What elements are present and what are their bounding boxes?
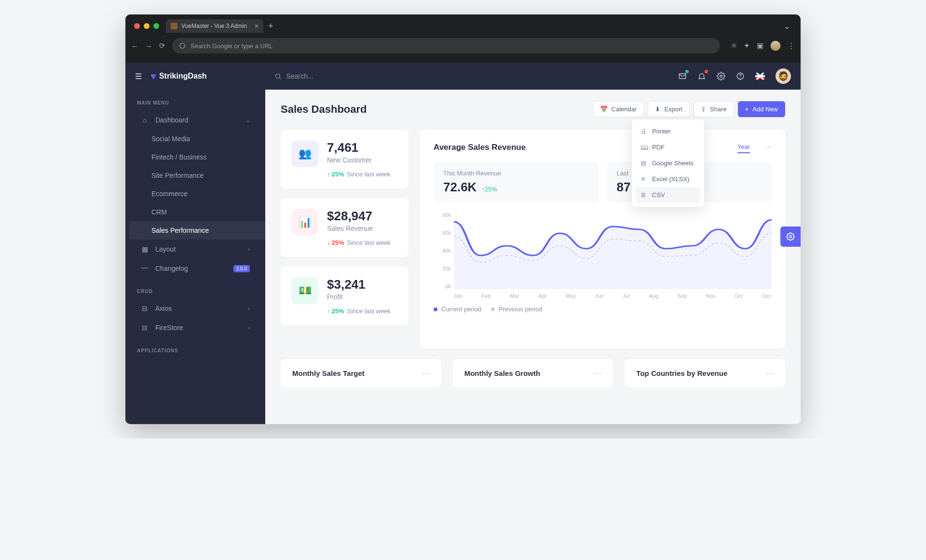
database-icon: ⊟ xyxy=(141,324,149,332)
stat-value: $28,947 xyxy=(327,209,391,224)
share-icon: ⇪ xyxy=(701,106,706,113)
add-new-button[interactable]: + Add New xyxy=(738,101,785,117)
bell-icon[interactable] xyxy=(697,72,706,80)
sidebar-item-crm[interactable]: CRM xyxy=(151,203,265,221)
stat-card-sales-revenue: 📊 $28,947 Sales Revenue ↓25% Since last … xyxy=(281,198,409,257)
brand-name: StrikingDash xyxy=(159,72,207,80)
global-search[interactable]: Search... xyxy=(274,72,313,80)
sidebar-toggle-icon[interactable]: ☰ xyxy=(135,72,142,81)
browser-tab-bar: VueMaster - Vue 3 Admin × + ⌄ xyxy=(125,14,801,34)
database-icon: ⊟ xyxy=(141,305,149,312)
changelog-version-badge: 2.0.0 xyxy=(233,265,250,272)
more-icon[interactable]: ⋯ xyxy=(422,369,430,378)
nav-back-icon[interactable]: ← xyxy=(131,42,138,50)
help-icon[interactable] xyxy=(736,72,745,80)
nav-forward-icon[interactable]: → xyxy=(145,42,152,50)
home-icon: ⌂ xyxy=(141,116,149,124)
user-avatar[interactable]: 🧔 xyxy=(776,68,791,84)
download-icon: ⬇ xyxy=(655,106,660,113)
stat-label: Sales Revenue xyxy=(327,225,391,232)
legend-previous: Previous period xyxy=(491,306,542,313)
sidebar-section-crud: CRUD xyxy=(125,278,265,299)
export-printer[interactable]: 🖨Printer xyxy=(636,123,700,139)
settings-icon[interactable] xyxy=(717,72,725,80)
svg-point-7 xyxy=(790,236,792,238)
window-close[interactable] xyxy=(134,23,140,29)
language-flag-icon[interactable] xyxy=(755,73,765,80)
address-bar[interactable]: Search Google or type a URL xyxy=(172,38,720,53)
sidebar-item-ecommerce[interactable]: Ecommerce xyxy=(151,185,265,203)
stat-value: $3,241 xyxy=(327,277,391,292)
share-button[interactable]: ⇪ Share xyxy=(694,101,734,117)
sidebar-item-site-performance[interactable]: Site Performance xyxy=(151,166,265,185)
window-maximize[interactable] xyxy=(153,23,159,29)
new-tab-button[interactable]: + xyxy=(268,21,273,31)
tab-title: VueMaster - Vue 3 Admin xyxy=(181,23,247,29)
stat-card-new-customer: 👥 7,461 New Customer ↑25% Since last wee… xyxy=(281,130,409,188)
x-icon: ✕ xyxy=(640,175,647,183)
sheets-icon: ▤ xyxy=(640,160,647,167)
stat-label: New Customer xyxy=(327,156,391,164)
logo-mark-icon: ♥ xyxy=(150,71,156,82)
chart-y-axis: 80k 60k 40k 20k 0k xyxy=(434,212,451,289)
export-sheets[interactable]: ▤Google Sheets xyxy=(636,155,700,171)
activity-icon: 〰 xyxy=(141,265,149,272)
mail-icon[interactable] xyxy=(678,72,687,80)
tab-year[interactable]: Year xyxy=(737,141,750,153)
sidebar-item-firestore[interactable]: ⊟ FireStore › xyxy=(129,318,261,337)
svg-point-1 xyxy=(275,74,280,78)
sidebar-item-axios[interactable]: ⊟ Axios › xyxy=(129,299,261,318)
browser-profile-avatar[interactable] xyxy=(770,40,781,51)
card-top-countries: Top Countries by Revenue⋯ xyxy=(625,359,785,387)
window-minimize[interactable] xyxy=(144,23,150,29)
card-monthly-target: Monthly Sales Target⋯ xyxy=(281,359,441,387)
export-csv[interactable]: 🗎CSV xyxy=(636,187,700,203)
revenue-chart: 80k 60k 40k 20k 0k JanFeb xyxy=(434,212,772,299)
stat-label: Profit xyxy=(327,293,391,301)
file-icon: 🗎 xyxy=(640,191,647,199)
layout-icon: ▦ xyxy=(141,245,149,253)
sidebar-item-dashboard[interactable]: ⌂ Dashboard ⌄ xyxy=(129,110,261,130)
extensions-icon[interactable]: ✦ xyxy=(744,41,750,50)
tab-favicon xyxy=(171,23,177,29)
more-icon[interactable]: ⋯ xyxy=(594,369,601,378)
sidebar-item-layout[interactable]: ▦ Layout › xyxy=(129,240,261,259)
sidebar-item-sales-performance[interactable]: Sales Performance xyxy=(151,221,265,240)
calendar-icon: 📅 xyxy=(600,106,608,113)
sidebar-section-main: MAIN MENU xyxy=(125,90,265,110)
calendar-button[interactable]: 📅 Calendar xyxy=(593,101,644,117)
chevron-down-icon: ⌄ xyxy=(246,118,250,123)
export-pdf[interactable]: 📖PDF xyxy=(636,139,700,155)
search-placeholder: Search... xyxy=(286,72,313,80)
sidebar-item-social-media[interactable]: Social Media xyxy=(151,130,265,148)
stat-value: 7,461 xyxy=(327,140,391,155)
brand-logo[interactable]: ♥ StrikingDash xyxy=(150,71,207,82)
card-monthly-growth: Monthly Sales Growth⋯ xyxy=(453,359,613,387)
cash-icon: 💵 xyxy=(291,277,318,304)
nav-reload-icon[interactable]: ⟳ xyxy=(159,41,165,50)
svg-point-4 xyxy=(720,75,722,78)
legend-current: Current period xyxy=(434,306,481,313)
sidebar-item-fintech[interactable]: Fintech / Business xyxy=(151,148,265,166)
card-title: Average Sales Revenue xyxy=(434,143,526,152)
browser-menu-icon[interactable]: ⋮ xyxy=(788,41,795,50)
chevron-right-icon: › xyxy=(248,306,250,311)
plus-icon: + xyxy=(745,106,749,113)
react-devtools-icon[interactable]: ⚛ xyxy=(731,41,737,50)
svg-point-6 xyxy=(740,78,741,78)
export-dropdown: 🖨Printer 📖PDF ▤Google Sheets ✕Excel (XLS… xyxy=(632,120,704,207)
more-icon[interactable]: ⋯ xyxy=(766,369,774,378)
theme-settings-button[interactable] xyxy=(780,227,801,247)
tabs-overflow-icon[interactable]: ⌄ xyxy=(784,22,790,31)
more-icon[interactable]: ⋯ xyxy=(765,142,772,153)
google-icon xyxy=(179,42,186,49)
browser-tab[interactable]: VueMaster - Vue 3 Admin × xyxy=(166,19,263,33)
panel-icon[interactable]: ▣ xyxy=(757,41,763,50)
search-icon xyxy=(274,73,282,80)
sidebar-item-changelog[interactable]: 〰 Changelog 2.0.0 xyxy=(129,259,261,278)
printer-icon: 🖨 xyxy=(640,128,647,135)
export-button[interactable]: ⬇ Export xyxy=(648,101,690,117)
export-xlsx[interactable]: ✕Excel (XLSX) xyxy=(636,171,700,187)
chart-x-axis: JanFebMarAprMayJunJulAugSepNovOctDec xyxy=(454,293,772,299)
tab-close-icon[interactable]: × xyxy=(255,22,259,30)
